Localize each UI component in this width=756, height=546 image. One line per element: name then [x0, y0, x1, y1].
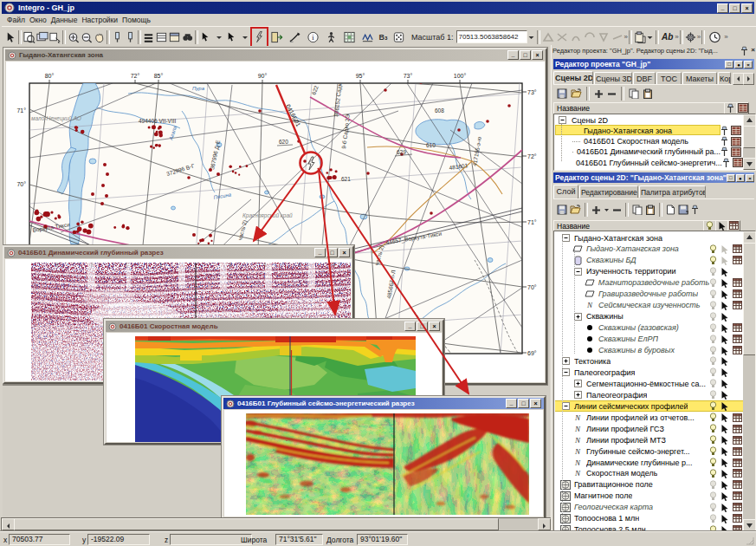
svg-text:мало-Ненецкий АО: мало-Ненецкий АО: [31, 115, 81, 122]
svg-text:85°: 85°: [154, 73, 164, 79]
svg-text:494406 VII-VIII: 494406 VII-VIII: [139, 118, 177, 124]
svg-text:72°: 72°: [131, 73, 140, 79]
svg-text:73°: 73°: [404, 73, 413, 79]
svg-text:70°: 70°: [527, 284, 537, 290]
svg-text:71°: 71°: [16, 107, 26, 114]
svg-text:Пура: Пура: [192, 86, 205, 91]
svg-text:69°: 69°: [527, 350, 537, 356]
svg-text:80°: 80°: [45, 73, 55, 79]
svg-text:72°: 72°: [527, 153, 537, 159]
svg-text:608: 608: [435, 107, 444, 114]
svg-text:629: 629: [397, 149, 406, 155]
svg-text:620: 620: [279, 139, 288, 145]
svg-text:95°: 95°: [356, 73, 365, 79]
svg-text:621: 621: [341, 176, 351, 182]
svg-text:70°: 70°: [16, 181, 26, 187]
svg-text:Красноярский край: Красноярский край: [242, 212, 293, 219]
svg-text:610: 610: [426, 142, 436, 148]
svg-text:71°: 71°: [527, 219, 537, 225]
svg-text:100°: 100°: [454, 73, 467, 79]
svg-text:73°: 73°: [527, 89, 537, 95]
svg-text:90°: 90°: [258, 73, 268, 79]
